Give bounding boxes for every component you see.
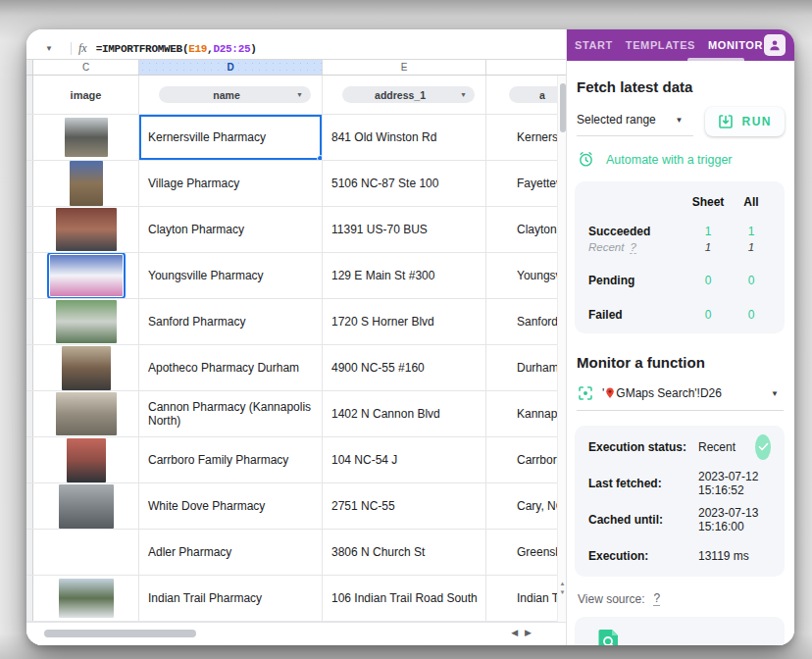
- column-header-d[interactable]: D: [139, 60, 323, 75]
- image-cell[interactable]: [33, 207, 139, 252]
- range-select[interactable]: Selected range ▼: [577, 107, 693, 136]
- pharmacy-address: 129 E Main St #300: [331, 269, 434, 282]
- chevron-down-icon[interactable]: ▼: [460, 91, 467, 98]
- chevron-down-icon[interactable]: ▼: [676, 116, 684, 125]
- address-cell[interactable]: 1402 N Cannon Blvd: [323, 391, 486, 436]
- name-cell[interactable]: Sanford Pharmacy: [139, 299, 323, 344]
- tab-monitor[interactable]: MONITOR: [708, 39, 763, 51]
- active-tab-indicator: [687, 58, 744, 61]
- header-cell-city[interactable]: a: [486, 76, 566, 114]
- city-cell[interactable]: Cary, NC: [486, 483, 566, 529]
- image-header-label: image: [33, 89, 138, 101]
- city-cell[interactable]: Carrboro: [486, 437, 566, 482]
- pharmacy-address: 104 NC-54 J: [331, 453, 397, 467]
- formula-text[interactable]: =IMPORTFROMWEB(E19,D25:25): [96, 43, 257, 55]
- address-cell[interactable]: 3806 N Church St: [323, 530, 486, 575]
- vertical-scrollbar-thumb[interactable]: [560, 83, 566, 132]
- tab-start[interactable]: START: [575, 39, 613, 51]
- tab-templates[interactable]: TEMPLATES: [626, 39, 695, 51]
- success-check-icon: [755, 434, 771, 460]
- address-cell[interactable]: 841 Old Winston Rd: [323, 115, 486, 160]
- city-cell[interactable]: Fayettev: [486, 161, 566, 206]
- name-filter-chip[interactable]: name ▼: [159, 86, 311, 103]
- horizontal-scrollbar[interactable]: ◀▶: [26, 622, 566, 645]
- address-cell[interactable]: 106 Indian Trail Road South: [323, 576, 486, 621]
- cached-until-label: Cached until:: [588, 513, 698, 527]
- column-header-f[interactable]: [486, 60, 566, 75]
- village-interior-photo: [70, 161, 103, 206]
- name-cell[interactable]: Youngsville Pharmacy: [139, 253, 323, 298]
- city-cell[interactable]: Greensb: [486, 530, 566, 575]
- image-cell[interactable]: [33, 530, 139, 575]
- city-cell[interactable]: Indian Tr: [486, 576, 566, 621]
- image-cell[interactable]: [33, 161, 139, 206]
- address-cell[interactable]: 129 E Main St #300: [323, 253, 486, 298]
- address-cell[interactable]: 11391 US-70 BUS: [323, 207, 486, 252]
- name-cell[interactable]: Carrboro Family Pharmacy: [139, 437, 323, 482]
- function-select[interactable]: ' GMaps Search'!D26 ▼: [577, 383, 784, 411]
- chevron-down-icon[interactable]: ▼: [771, 389, 779, 398]
- pharmacy-city: Sanford,: [517, 315, 561, 329]
- image-cell[interactable]: [33, 253, 139, 298]
- city-cell[interactable]: Clayton,: [486, 207, 566, 252]
- image-cell[interactable]: [33, 299, 139, 344]
- pharmacy-address: 841 Old Winston Rd: [331, 130, 436, 144]
- automate-trigger-link[interactable]: Automate with a trigger: [578, 151, 785, 168]
- row-gutter: [26, 576, 33, 621]
- name-cell[interactable]: Village Pharmacy: [139, 161, 323, 206]
- header-cell-name[interactable]: name ▼: [139, 76, 323, 114]
- city-chip-label: a: [539, 89, 545, 101]
- header-cell-address[interactable]: address_1 ▼: [323, 76, 486, 114]
- whitedove-interior-photo: [59, 484, 114, 529]
- image-cell[interactable]: [33, 391, 139, 436]
- image-cell[interactable]: [33, 345, 139, 390]
- pharmacy-address: 1720 S Horner Blvd: [331, 315, 434, 329]
- image-cell[interactable]: [33, 437, 139, 482]
- horizontal-scroll-arrows[interactable]: ◀▶: [511, 628, 538, 637]
- address-cell[interactable]: 5106 NC-87 Ste 100: [323, 161, 486, 206]
- name-cell[interactable]: White Dove Pharmacy: [139, 483, 323, 529]
- stat-failed-sheet: 0: [686, 308, 730, 322]
- address-cell[interactable]: 1720 S Horner Blvd: [323, 299, 486, 344]
- horizontal-scrollbar-thumb[interactable]: [44, 630, 196, 637]
- vertical-scrollbar[interactable]: ▲▼: [557, 76, 566, 625]
- image-cell[interactable]: [33, 115, 139, 160]
- source-preview-card[interactable]: [575, 617, 785, 645]
- column-header-c[interactable]: C: [33, 60, 139, 75]
- city-cell[interactable]: Kernersv: [486, 115, 566, 160]
- chevron-down-icon[interactable]: ▼: [296, 91, 303, 98]
- page-source-icon: [598, 629, 620, 645]
- insert-data-icon: [718, 114, 734, 129]
- stat-pending-label: Pending: [588, 274, 686, 287]
- address-cell[interactable]: 4900 NC-55 #160: [323, 345, 486, 390]
- table-row: Youngsville Pharmacy 129 E Main St #300 …: [26, 253, 566, 299]
- city-cell[interactable]: Kannapo: [486, 391, 566, 436]
- name-cell[interactable]: Indian Trail Pharmacy: [139, 576, 323, 621]
- view-source-help-icon[interactable]: ?: [653, 591, 660, 606]
- cannon-interior-photo: [56, 392, 117, 435]
- name-cell[interactable]: Cannon Pharmacy (Kannapolis North): [139, 391, 323, 436]
- column-header-e[interactable]: E: [323, 60, 486, 75]
- address-cell[interactable]: 104 NC-54 J: [323, 437, 486, 482]
- monitor-section-title: Monitor a function: [577, 354, 785, 371]
- pharmacy-address: 1402 N Cannon Blvd: [331, 407, 440, 421]
- city-cell[interactable]: Youngsvi: [486, 253, 566, 298]
- pharmacy-city: Fayettev: [517, 177, 562, 190]
- name-cell[interactable]: Clayton Pharmacy: [139, 207, 323, 252]
- address-cell[interactable]: 2751 NC-55: [323, 483, 486, 529]
- address-chip-label: address_1: [342, 89, 458, 101]
- name-cell[interactable]: Adler Pharmacy: [139, 530, 323, 575]
- namebox-dropdown-icon[interactable]: ▼: [34, 44, 64, 53]
- formula-bar[interactable]: ▼ fx =IMPORTFROMWEB(E19,D25:25): [26, 38, 566, 59]
- city-cell[interactable]: Durham,: [486, 345, 566, 390]
- image-cell[interactable]: [33, 483, 139, 529]
- city-cell[interactable]: Sanford,: [486, 299, 566, 344]
- account-avatar[interactable]: [764, 34, 786, 56]
- run-button[interactable]: RUN: [705, 107, 786, 136]
- header-cell-image[interactable]: image: [33, 76, 139, 114]
- name-cell[interactable]: Kernersville Pharmacy: [139, 115, 323, 160]
- image-cell[interactable]: [33, 576, 139, 621]
- stat-recent-sheet: 1: [686, 238, 730, 253]
- address-filter-chip[interactable]: address_1 ▼: [342, 86, 475, 103]
- name-cell[interactable]: Apotheco Pharmacy Durham: [139, 345, 323, 390]
